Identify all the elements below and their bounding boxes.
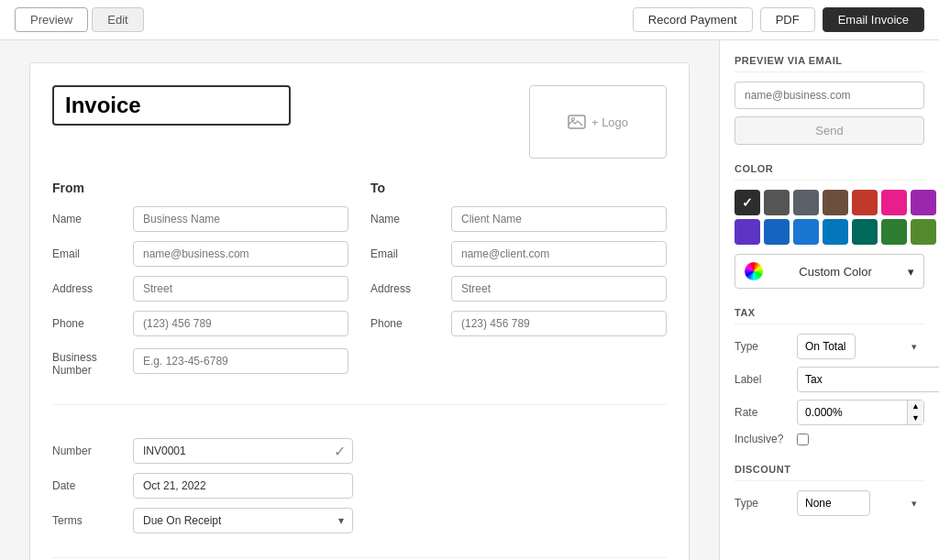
color-swatch[interactable]	[911, 190, 936, 215]
tax-type-select[interactable]: On Total Per Item None	[797, 334, 856, 359]
discount-type-row: Type None Percentage Fixed	[735, 490, 924, 516]
from-phone-input[interactable]	[133, 311, 348, 336]
invoice-header: + Logo	[52, 85, 667, 159]
color-section: COLOR Custom Color ▾	[735, 163, 924, 289]
tax-inclusive-checkbox[interactable]	[797, 434, 809, 445]
pdf-button[interactable]: PDF	[760, 7, 815, 32]
from-section: From Name Email Address Phone	[52, 181, 348, 386]
color-swatch[interactable]	[764, 219, 790, 245]
action-buttons: Record Payment PDF Email Invoice	[633, 7, 924, 32]
to-email-input[interactable]	[451, 241, 667, 267]
tax-rate-label: Rate	[735, 406, 790, 419]
svg-point-1	[571, 118, 574, 121]
invoice-card: + Logo From Name Email A	[29, 62, 690, 560]
tax-label-input[interactable]	[797, 367, 939, 392]
from-name-input[interactable]	[133, 206, 348, 232]
to-phone-label: Phone	[370, 317, 444, 330]
color-grid	[735, 190, 924, 245]
terms-select[interactable]: Due On Receipt Net 15 Net 30	[133, 508, 353, 533]
from-phone-label: Phone	[52, 317, 126, 330]
date-input[interactable]	[133, 473, 353, 499]
check-icon: ✓	[334, 443, 346, 460]
invoice-title-input[interactable]	[52, 85, 291, 126]
to-email-row: Email	[370, 241, 667, 267]
from-address-label: Address	[52, 282, 126, 295]
color-swatch[interactable]	[881, 219, 907, 245]
tax-inclusive-row: Inclusive?	[735, 433, 924, 445]
from-email-row: Email	[52, 241, 348, 267]
to-email-label: Email	[370, 247, 444, 260]
from-phone-row: Phone	[52, 311, 348, 336]
to-phone-row: Phone	[370, 311, 667, 336]
chevron-down-icon: ▾	[908, 265, 914, 279]
tax-label-row: Label	[735, 367, 924, 392]
from-to-section: From Name Email Address Phone	[52, 181, 667, 405]
tax-inclusive-label: Inclusive?	[735, 433, 790, 445]
color-section-title: COLOR	[735, 163, 924, 181]
custom-color-button[interactable]: Custom Color ▾	[735, 254, 924, 289]
from-address-row: Address	[52, 276, 348, 302]
from-business-number-row: BusinessNumber	[52, 346, 348, 377]
edit-tab[interactable]: Edit	[92, 7, 143, 32]
to-heading: To	[370, 181, 667, 195]
color-swatch[interactable]	[852, 219, 878, 245]
top-bar: Preview Edit Record Payment PDF Email In…	[0, 0, 939, 40]
rate-up-button[interactable]: ▲	[907, 401, 923, 412]
discount-type-label: Type	[735, 497, 790, 510]
terms-row: Terms Due On Receipt Net 15 Net 30	[52, 508, 667, 533]
date-row: Date	[52, 473, 667, 499]
rate-down-button[interactable]: ▼	[907, 412, 923, 424]
right-panel: PREVIEW VIA EMAIL Send COLOR Custom Colo…	[719, 40, 939, 560]
image-icon	[568, 115, 586, 129]
record-payment-button[interactable]: Record Payment	[633, 7, 753, 32]
from-business-number-input[interactable]	[133, 348, 348, 374]
send-button[interactable]: Send	[735, 116, 924, 145]
tax-section: TAX Type On Total Per Item None Label Ra…	[735, 307, 924, 445]
color-swatch[interactable]	[852, 190, 878, 215]
color-swatch[interactable]	[793, 190, 819, 215]
tax-type-row: Type On Total Per Item None	[735, 334, 924, 359]
number-input[interactable]	[133, 438, 353, 464]
to-address-input[interactable]	[451, 276, 667, 302]
from-business-number-label: BusinessNumber	[52, 346, 126, 377]
view-tabs: Preview Edit	[15, 7, 144, 32]
rate-stepper: ▲ ▼	[907, 401, 923, 424]
discount-section-title: DISCOUNT	[735, 464, 924, 481]
email-invoice-button[interactable]: Email Invoice	[823, 7, 924, 32]
to-name-input[interactable]	[451, 206, 667, 232]
date-label: Date	[52, 479, 126, 492]
tax-label-label: Label	[735, 373, 790, 386]
preview-email-title: PREVIEW VIA EMAIL	[735, 55, 924, 72]
number-row: Number ✓	[52, 438, 667, 464]
from-name-row: Name	[52, 206, 348, 232]
from-address-input[interactable]	[133, 276, 348, 302]
to-address-label: Address	[370, 282, 444, 295]
number-input-wrap: ✓	[133, 438, 353, 464]
to-name-row: Name	[370, 206, 667, 232]
terms-label: Terms	[52, 514, 126, 527]
color-swatch[interactable]	[823, 190, 848, 215]
preview-tab[interactable]: Preview	[15, 7, 88, 32]
preview-email-input[interactable]	[735, 82, 924, 109]
rainbow-icon	[745, 262, 763, 280]
tax-type-select-wrap: On Total Per Item None	[797, 334, 924, 359]
discount-type-select-wrap: None Percentage Fixed	[797, 490, 924, 516]
invoice-area: + Logo From Name Email A	[0, 40, 719, 560]
color-swatch[interactable]	[764, 190, 790, 215]
color-swatch[interactable]	[881, 190, 907, 215]
color-swatch[interactable]	[735, 190, 760, 215]
logo-box[interactable]: + Logo	[529, 85, 667, 159]
tax-rate-input[interactable]	[797, 400, 924, 425]
color-swatch[interactable]	[911, 219, 936, 245]
to-address-row: Address	[370, 276, 667, 302]
to-phone-input[interactable]	[451, 311, 667, 336]
logo-label: + Logo	[591, 115, 628, 129]
color-swatch[interactable]	[823, 219, 848, 245]
number-section: Number ✓ Date Terms Due On Receipt	[52, 423, 667, 558]
discount-type-select[interactable]: None Percentage Fixed	[797, 490, 870, 516]
from-email-input[interactable]	[133, 241, 348, 267]
number-label: Number	[52, 445, 126, 457]
tax-rate-wrap: ▲ ▼	[797, 400, 924, 425]
color-swatch[interactable]	[793, 219, 819, 245]
color-swatch[interactable]	[735, 219, 760, 245]
